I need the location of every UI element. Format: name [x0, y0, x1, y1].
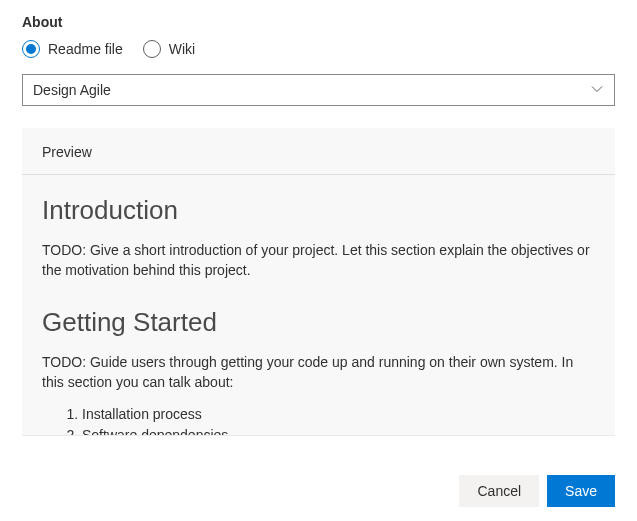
preview-heading-getting-started: Getting Started: [42, 307, 595, 338]
preview-header: Preview: [22, 128, 615, 175]
list-item: Software dependencies: [82, 425, 595, 435]
preview-ordered-list: Installation process Software dependenci…: [42, 404, 595, 435]
cancel-button[interactable]: Cancel: [459, 475, 539, 507]
preview-heading-introduction: Introduction: [42, 195, 595, 226]
radio-wiki-label: Wiki: [169, 41, 195, 57]
preview-panel: Preview Introduction TODO: Give a short …: [22, 128, 615, 436]
preview-paragraph-getting-started: TODO: Guide users through getting your c…: [42, 352, 595, 393]
preview-body: Introduction TODO: Give a short introduc…: [22, 175, 615, 435]
footer-actions: Cancel Save: [459, 475, 615, 507]
radio-selected-icon: [22, 40, 40, 58]
radio-group: Readme file Wiki: [22, 40, 615, 58]
radio-unselected-icon: [143, 40, 161, 58]
list-item: Installation process: [82, 404, 595, 425]
radio-readme[interactable]: Readme file: [22, 40, 123, 58]
chevron-down-icon: [590, 82, 604, 99]
dropdown-selected: Design Agile: [33, 82, 111, 98]
preview-paragraph-introduction: TODO: Give a short introduction of your …: [42, 240, 595, 281]
save-button[interactable]: Save: [547, 475, 615, 507]
repo-dropdown[interactable]: Design Agile: [22, 74, 615, 106]
radio-readme-label: Readme file: [48, 41, 123, 57]
section-title: About: [22, 14, 615, 30]
radio-wiki[interactable]: Wiki: [143, 40, 195, 58]
